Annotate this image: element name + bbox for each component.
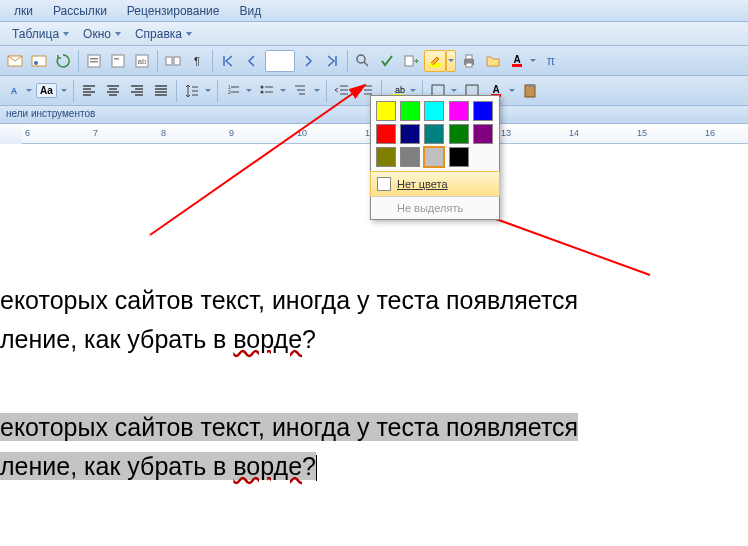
highlight-color-popup: Нет цвета Не выделять bbox=[370, 95, 500, 220]
text-cursor bbox=[316, 455, 317, 481]
ruler-tick: 10 bbox=[297, 128, 307, 138]
highlight-dropdown[interactable] bbox=[446, 50, 456, 72]
menu-mailings[interactable]: Рассылки bbox=[43, 2, 117, 20]
multilist-icon[interactable] bbox=[290, 80, 312, 102]
ruler-tick: 14 bbox=[569, 128, 579, 138]
color-swatch[interactable] bbox=[449, 101, 469, 121]
styles-icon[interactable]: A bbox=[4, 80, 24, 102]
align-center-icon[interactable] bbox=[102, 80, 124, 102]
submenu-window[interactable]: Окно bbox=[77, 25, 129, 43]
numlist-split[interactable]: 12 bbox=[222, 80, 254, 102]
find-icon[interactable] bbox=[352, 50, 374, 72]
linespacing-dropdown[interactable] bbox=[203, 80, 213, 102]
merge-run-icon[interactable] bbox=[400, 50, 422, 72]
color-swatch[interactable] bbox=[424, 124, 444, 144]
case-button[interactable]: Aa bbox=[36, 83, 57, 98]
separator bbox=[212, 50, 213, 72]
color-swatch[interactable] bbox=[424, 147, 444, 167]
color-grid bbox=[371, 96, 499, 172]
insert-field2-icon[interactable] bbox=[107, 50, 129, 72]
svg-text:π: π bbox=[547, 54, 555, 68]
bullist-icon[interactable] bbox=[256, 80, 278, 102]
multilist-dropdown[interactable] bbox=[312, 80, 322, 102]
highlight-split[interactable] bbox=[424, 50, 456, 72]
menu-lki[interactable]: лки bbox=[4, 2, 43, 20]
align-right-icon[interactable] bbox=[126, 80, 148, 102]
svg-rect-13 bbox=[405, 56, 413, 66]
last-icon[interactable] bbox=[321, 50, 343, 72]
color-swatch[interactable] bbox=[473, 124, 493, 144]
separator bbox=[347, 50, 348, 72]
paragraph-1b: ление, как убрать в ворде? bbox=[0, 323, 748, 356]
check-icon[interactable] bbox=[376, 50, 398, 72]
greeting-icon[interactable]: ab bbox=[131, 50, 153, 72]
menu-review[interactable]: Рецензирование bbox=[117, 2, 230, 20]
svg-rect-6 bbox=[112, 55, 124, 67]
color-swatch[interactable] bbox=[376, 101, 396, 121]
separator bbox=[73, 80, 74, 102]
no-select-label: Не выделять bbox=[397, 202, 463, 214]
color-swatch[interactable] bbox=[449, 147, 469, 167]
bullist-dropdown[interactable] bbox=[278, 80, 288, 102]
submenu-help[interactable]: Справка bbox=[129, 25, 200, 43]
svg-rect-17 bbox=[466, 63, 472, 67]
align-justify-icon[interactable] bbox=[150, 80, 172, 102]
prev-icon[interactable] bbox=[241, 50, 263, 72]
bullist-split[interactable] bbox=[256, 80, 288, 102]
ruler-tick: 15 bbox=[637, 128, 647, 138]
color-swatch[interactable] bbox=[400, 147, 420, 167]
color-swatch[interactable] bbox=[473, 101, 493, 121]
menu-view[interactable]: Вид bbox=[230, 2, 272, 20]
linespacing-icon[interactable] bbox=[181, 80, 203, 102]
numlist-icon[interactable]: 12 bbox=[222, 80, 244, 102]
menubar: лки Рассылки Рецензирование Вид bbox=[0, 0, 748, 22]
linespacing-split[interactable] bbox=[181, 80, 213, 102]
svg-rect-11 bbox=[174, 57, 180, 65]
separator bbox=[326, 80, 327, 102]
folder-icon[interactable] bbox=[482, 50, 504, 72]
svg-rect-4 bbox=[90, 58, 98, 60]
fontcolor-split[interactable]: A bbox=[506, 50, 538, 72]
fontcolor2-dropdown[interactable] bbox=[507, 80, 517, 102]
fontcolor-dropdown[interactable] bbox=[528, 50, 538, 72]
svg-rect-19 bbox=[512, 64, 522, 67]
color-swatch[interactable] bbox=[400, 101, 420, 121]
no-color-option[interactable]: Нет цвета bbox=[370, 171, 500, 197]
formula-icon[interactable]: π bbox=[540, 50, 562, 72]
svg-point-24 bbox=[260, 85, 263, 88]
refresh-icon[interactable] bbox=[52, 50, 74, 72]
svg-text:A: A bbox=[11, 86, 18, 96]
color-swatch[interactable] bbox=[376, 147, 396, 167]
outdent-icon[interactable] bbox=[331, 80, 353, 102]
color-swatch[interactable] bbox=[449, 124, 469, 144]
ruler-tick: 8 bbox=[161, 128, 166, 138]
show-paragraph-icon[interactable]: ¶ bbox=[186, 50, 208, 72]
record-number[interactable] bbox=[265, 50, 295, 72]
no-color-label: Нет цвета bbox=[397, 178, 448, 190]
envelope-icon[interactable] bbox=[4, 50, 26, 72]
paragraph-1: екоторых сайтов текст, иногда у теста по… bbox=[0, 284, 748, 317]
color-swatch[interactable] bbox=[376, 124, 396, 144]
numlist-dropdown[interactable] bbox=[244, 80, 254, 102]
styles-split[interactable]: A bbox=[4, 80, 34, 102]
separator bbox=[157, 50, 158, 72]
multilist-split[interactable] bbox=[290, 80, 322, 102]
highlight-icon[interactable] bbox=[424, 50, 446, 72]
align-left-icon[interactable] bbox=[78, 80, 100, 102]
print-icon[interactable] bbox=[458, 50, 480, 72]
case-dropdown[interactable] bbox=[59, 80, 69, 102]
envelope-people-icon[interactable] bbox=[28, 50, 50, 72]
no-select-option: Не выделять bbox=[371, 196, 499, 219]
color-swatch[interactable] bbox=[400, 124, 420, 144]
paragraph-2: екоторых сайтов текст, иногда у теста по… bbox=[0, 411, 748, 444]
match-fields-icon[interactable] bbox=[162, 50, 184, 72]
next-icon[interactable] bbox=[297, 50, 319, 72]
first-icon[interactable] bbox=[217, 50, 239, 72]
fontcolor-icon[interactable]: A bbox=[506, 50, 528, 72]
insert-field-icon[interactable] bbox=[83, 50, 105, 72]
color-swatch[interactable] bbox=[424, 101, 444, 121]
paste-icon[interactable] bbox=[519, 80, 541, 102]
submenu-table[interactable]: Таблица bbox=[6, 25, 77, 43]
styles-dropdown[interactable] bbox=[24, 80, 34, 102]
paragraph-2b: ление, как убрать в ворде? bbox=[0, 450, 748, 483]
